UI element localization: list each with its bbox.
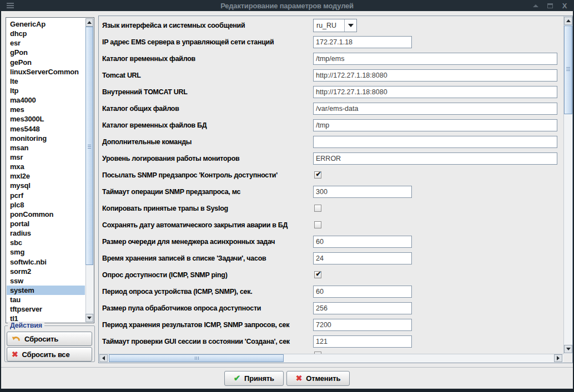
form-row: Каталог временных файлов [99,50,563,67]
list-item[interactable]: ssw [7,276,85,286]
field-label: Период опроса устройства (ICMP, SNMP), с… [102,288,252,296]
green-check-icon: ✔ [234,373,240,383]
dialog-body: GenericApdhcpesrgPongePonlinuxServerComm… [1,11,573,389]
thumb-grip [195,357,199,360]
red-x-icon: ✖ [296,374,303,383]
module-list-scroll-thumb[interactable] [85,27,93,265]
list-item[interactable]: mxl2e [7,171,85,181]
list-item[interactable]: ma4000 [7,95,85,105]
list-item[interactable]: linuxServerCommon [7,67,85,77]
field-label: Каталог временных файлов БД [102,121,207,129]
list-item[interactable]: sbc [7,238,85,247]
text-field[interactable] [313,86,557,98]
checkbox[interactable] [314,221,321,228]
combo-dropdown-button[interactable] [344,19,356,32]
list-item[interactable]: softwlc.nbi [7,257,85,267]
field-label: Копировать принятые трапы в Syslog [102,205,228,212]
list-item[interactable]: smg [7,247,85,257]
checkbox[interactable] [314,271,321,278]
field-label: Дополнительные команды [102,138,192,146]
list-item[interactable]: lte [7,77,85,86]
form-row: Период опроса устройства (ICMP, SNMP), с… [99,283,563,300]
scroll-down-button[interactable] [85,314,93,322]
text-field[interactable] [313,152,557,165]
form-scroll-down-button[interactable] [564,345,572,353]
list-item[interactable]: mxa [7,162,85,171]
text-field[interactable] [313,302,412,314]
cancel-button[interactable]: ✖ Отменить [286,371,350,386]
accept-button-label: Принять [244,374,274,383]
text-field[interactable] [313,319,412,331]
reset-button-label: Сбросить [24,335,58,343]
list-item[interactable]: msan [7,143,85,152]
list-item[interactable]: plc8 [7,200,85,210]
list-item[interactable]: sorm2 [7,267,85,276]
list-item[interactable]: gePon [7,58,85,67]
arrow-right-icon [557,356,560,360]
list-item[interactable]: gPon [7,48,85,57]
list-item[interactable]: mes5448 [7,124,85,134]
list-item[interactable]: ltp [7,86,85,95]
list-item[interactable]: msr [7,152,85,162]
form-row: Внутренний TOMCAT URL [99,84,563,100]
form-row: Время хранения записей в списке 'Задачи'… [99,250,563,267]
list-item[interactable]: tl1 [7,314,85,322]
list-item[interactable]: esr [7,38,85,48]
field-label: Таймаут операции SNMP предзапроса, мс [102,188,240,196]
form-vscroll-thumb[interactable] [564,26,572,114]
field-label: Период хранения результатов ICMP, SNMP з… [102,321,289,329]
form-scroll-left-button[interactable] [99,354,108,362]
text-field[interactable] [313,236,412,248]
list-item[interactable]: monitoring [7,134,85,143]
reset-all-button[interactable]: ✖ Сбросить все [7,347,92,362]
form-hscroll-thumb[interactable] [109,354,284,362]
list-item[interactable]: portal [7,219,85,228]
field-label: Таймаут проверки GUI сессии в состоянии … [102,338,290,345]
scrollbar-corner [563,354,572,363]
field-label: Время хранения записей в списке 'Задачи'… [102,254,266,262]
text-field[interactable] [313,69,557,82]
text-field[interactable] [313,186,412,198]
arrow-up-icon [87,21,92,24]
text-field[interactable] [313,252,412,264]
list-item[interactable]: tau [7,295,85,304]
field-label: Язык интерфейса и системных сообщений [102,22,245,29]
list-item[interactable]: tftpserver [7,304,85,314]
checkbox[interactable] [314,171,321,179]
list-item[interactable]: pcrf [7,191,85,200]
parameters-panel: Язык интерфейса и системных сообщенийru_… [98,16,573,363]
shade-button[interactable] [530,0,542,11]
field-label: Размер очереди для менеджера асинхронных… [102,238,275,246]
text-field[interactable] [313,286,412,298]
list-item[interactable]: GenericAp [7,19,85,29]
triangle-up-icon [533,4,538,7]
scroll-up-button[interactable] [85,18,93,27]
app-window: Редактирование параметров модулей X Gene… [0,0,574,392]
text-field[interactable] [313,335,412,348]
accept-button[interactable]: ✔ Принять [224,371,284,386]
text-field[interactable] [313,36,412,48]
text-field[interactable] [313,119,557,131]
field-label: Уровень логирования работы мониторов [102,155,239,162]
list-item[interactable]: dhcp [7,29,85,38]
text-field[interactable] [313,103,557,115]
maximize-button[interactable] [544,0,556,11]
close-icon: X [562,2,567,9]
form-scroll-up-button[interactable] [564,17,572,25]
list-item[interactable]: mes3000L [7,114,85,124]
text-field[interactable] [313,136,557,148]
list-item[interactable]: mysql [7,181,85,190]
combo-box[interactable]: ru_RU [313,19,357,32]
reset-button[interactable]: Сбросить [7,332,92,346]
text-field[interactable] [313,53,557,65]
arrow-left-icon [102,356,105,360]
list-item[interactable]: ponCommon [7,210,85,219]
form-row: IP адрес EMS сервера в управляющей сети … [99,34,563,50]
list-item[interactable]: radius [7,228,85,238]
form-row: Таймаут проверки GUI сессии в состоянии … [99,333,563,350]
checkbox[interactable] [314,205,321,212]
list-item[interactable]: system [7,286,85,295]
list-item[interactable]: mes [7,105,85,114]
form-scroll-right-button[interactable] [554,354,562,362]
close-button[interactable]: X [558,0,571,11]
